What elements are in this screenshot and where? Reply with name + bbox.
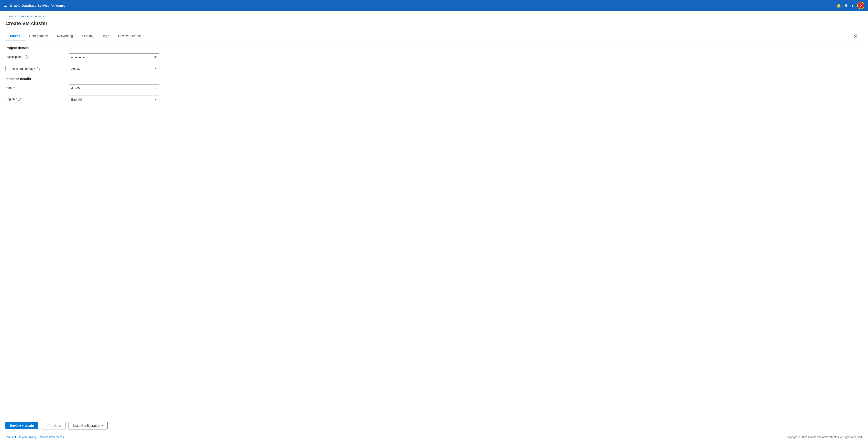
tab-security[interactable]: Security [77, 32, 98, 40]
subscription-required: * [23, 55, 24, 59]
name-input[interactable] [69, 84, 159, 92]
footer-links: Terms of Use and Privacy Cookie Preferen… [0, 433, 868, 441]
subscription-control: odsademo [69, 53, 159, 61]
region-label: Region [5, 97, 15, 101]
tab-review-create[interactable]: Review + create [114, 32, 146, 40]
tab-configuration[interactable]: Configuration [25, 32, 53, 40]
resource-group-control: App42 [69, 65, 159, 72]
region-required: * [16, 97, 17, 101]
topbar-icons: 🔔 ⚙ ? D [837, 2, 864, 9]
user-area: D [857, 2, 864, 9]
name-row: Name * ✓ [5, 84, 863, 92]
breadcrumb: Home > Create a resource > [5, 14, 863, 18]
cookie-preferences-link[interactable]: Cookie Preferences [40, 436, 64, 439]
breadcrumb-create-resource[interactable]: Create a resource [18, 14, 41, 18]
terms-link[interactable]: Terms of Use and Privacy [5, 436, 36, 439]
tab-basics[interactable]: Basics [5, 32, 25, 40]
page-content: ✕ Create VM cluster Basics Configuration… [5, 21, 863, 418]
resource-group-label: Resource group [12, 67, 33, 70]
breadcrumb-home[interactable]: Home [5, 14, 13, 18]
bell-icon[interactable]: 🔔 [837, 3, 841, 8]
tabs-container: Basics Configuration Networking Security… [5, 32, 863, 40]
breadcrumb-sep-1: > [15, 15, 16, 18]
project-details-section: Project details Subscription * i odsadem… [5, 46, 863, 72]
instance-details-heading: Instance details [5, 77, 863, 81]
name-input-wrapper: ✓ [69, 84, 159, 92]
name-control: ✓ [69, 84, 159, 92]
tab-networking[interactable]: Networking [53, 32, 77, 40]
tab-tags[interactable]: Tags [98, 32, 114, 40]
main-content: Home > Create a resource > ✕ Create VM c… [0, 11, 868, 418]
subscription-row: Subscription * i odsademo [5, 53, 863, 61]
close-button[interactable]: ✕ [854, 34, 857, 39]
resource-group-label-col: Resource group * i [5, 65, 69, 71]
instance-details-section: Instance details Name * ✓ Region [5, 77, 863, 103]
region-info-icon[interactable]: i [18, 98, 21, 101]
review-create-button[interactable]: Review + create [5, 422, 38, 429]
subscription-label-col: Subscription * i [5, 53, 69, 59]
previous-button[interactable]: < Previous [41, 422, 66, 430]
next-button[interactable]: Next: Configuration > [68, 422, 107, 430]
page-title: Create VM cluster [5, 21, 863, 26]
topbar: ☰ Oracle Database Service for Azure 🔔 ⚙ … [0, 0, 868, 11]
app-title: Oracle Database Service for Azure [10, 4, 834, 7]
subscription-info-icon[interactable]: i [25, 55, 28, 59]
hamburger-icon[interactable]: ☰ [4, 3, 7, 8]
subscription-label: Subscription [5, 55, 22, 59]
subscription-dropdown[interactable]: odsademo [69, 53, 159, 61]
resource-group-required: * [34, 67, 35, 70]
project-details-heading: Project details [5, 46, 863, 50]
resource-group-row: Resource group * i App42 [5, 65, 863, 72]
region-label-col: Region * i [5, 96, 69, 101]
avatar[interactable]: D [857, 2, 864, 9]
resource-group-dropdown[interactable]: App42 [69, 65, 159, 72]
region-row: Region * i East US [5, 96, 863, 103]
name-label: Name [5, 86, 13, 90]
name-required: * [14, 86, 16, 90]
gear-icon[interactable]: ⚙ [845, 3, 848, 8]
resource-group-info-icon[interactable]: i [37, 67, 40, 70]
resource-group-label-wrapper: Resource group * i [5, 66, 40, 71]
copyright-text: Copyright © 2022, Oracle and/or its affi… [785, 436, 863, 439]
region-dropdown[interactable]: East US [69, 96, 159, 103]
region-control: East US [69, 96, 159, 103]
footer-bar: Review + create < Previous Next: Configu… [0, 418, 868, 433]
breadcrumb-sep-2: > [42, 15, 43, 18]
name-check-icon: ✓ [154, 86, 157, 90]
indent-line [5, 66, 10, 71]
name-label-col: Name * [5, 84, 69, 90]
help-icon[interactable]: ? [851, 3, 854, 7]
